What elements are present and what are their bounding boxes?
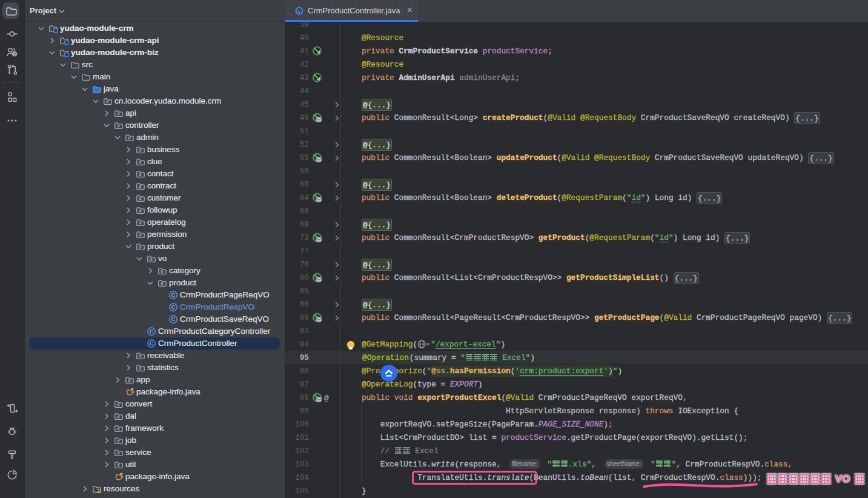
svg-text:C: C [171,304,176,310]
svg-text:@: @ [324,394,329,403]
svg-text:?: ? [13,51,16,57]
svg-text:C: C [297,8,301,14]
svg-text:C: C [171,292,176,298]
svg-text:C: C [171,316,176,322]
svg-text:C: C [150,340,154,347]
svg-text:C: C [150,328,154,334]
